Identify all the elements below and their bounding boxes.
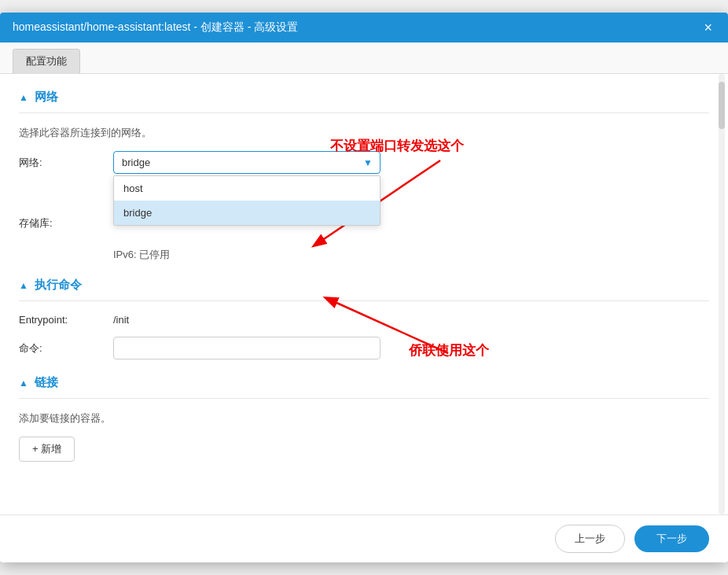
close-button[interactable]: × xyxy=(700,20,715,35)
network-field-row: 网络: bridge ▼ host bridge xyxy=(19,151,709,174)
network-option-host[interactable]: host xyxy=(114,176,380,201)
entrypoint-value: /init xyxy=(113,314,709,326)
links-section: ▲ 链接 添加要链接的容器。 + 新增 xyxy=(19,375,709,462)
dialog-title: homeassistant/home-assistant:latest - 创建… xyxy=(13,20,298,35)
exec-chevron-icon: ▲ xyxy=(19,280,28,291)
exec-section-header: ▲ 执行命令 xyxy=(19,278,709,301)
network-label: 网络: xyxy=(19,156,113,170)
cmd-label: 命令: xyxy=(19,341,113,356)
entrypoint-row: Entrypoint: /init xyxy=(19,314,709,326)
scrollbar[interactable] xyxy=(719,74,725,514)
network-section-header: ▲ 网络 xyxy=(19,90,709,113)
content-area: ▲ 网络 选择此容器所连接到的网络。 网络: bridge ▼ host bri… xyxy=(0,74,728,514)
links-chevron-icon: ▲ xyxy=(19,378,28,389)
scrollbar-thumb xyxy=(719,82,725,129)
network-desc: 选择此容器所连接到的网络。 xyxy=(19,126,709,140)
network-chevron-icon: ▲ xyxy=(19,92,28,103)
title-bar: homeassistant/home-assistant:latest - 创建… xyxy=(0,13,728,42)
footer: 上一步 下一步 xyxy=(0,514,728,562)
storage-label: 存储库: xyxy=(19,216,113,230)
entrypoint-label: Entrypoint: xyxy=(19,314,113,326)
ipv6-text: IPv6: 已停用 xyxy=(113,248,170,262)
next-button[interactable]: 下一步 xyxy=(634,525,709,552)
network-option-bridge[interactable]: bridge xyxy=(114,201,380,225)
prev-button[interactable]: 上一步 xyxy=(555,525,625,553)
network-section: ▲ 网络 选择此容器所连接到的网络。 网络: bridge ▼ host bri… xyxy=(19,90,709,262)
exec-section-title: 执行命令 xyxy=(35,278,82,293)
cmd-input[interactable] xyxy=(113,337,381,359)
tab-bar: 配置功能 xyxy=(0,42,728,74)
links-section-title: 链接 xyxy=(35,375,58,390)
network-select[interactable]: bridge xyxy=(113,151,381,174)
network-select-wrapper: bridge ▼ host bridge xyxy=(113,151,381,174)
links-desc: 添加要链接的容器。 xyxy=(19,411,709,426)
cmd-row: 命令: xyxy=(19,337,709,359)
tab-config-fn[interactable]: 配置功能 xyxy=(13,49,80,73)
network-section-title: 网络 xyxy=(35,90,58,105)
dialog: homeassistant/home-assistant:latest - 创建… xyxy=(0,13,728,562)
exec-section: ▲ 执行命令 Entrypoint: /init 命令: xyxy=(19,278,709,359)
network-dropdown-menu: host bridge xyxy=(113,175,381,226)
add-link-button[interactable]: + 新增 xyxy=(19,437,75,462)
links-section-header: ▲ 链接 xyxy=(19,375,709,399)
